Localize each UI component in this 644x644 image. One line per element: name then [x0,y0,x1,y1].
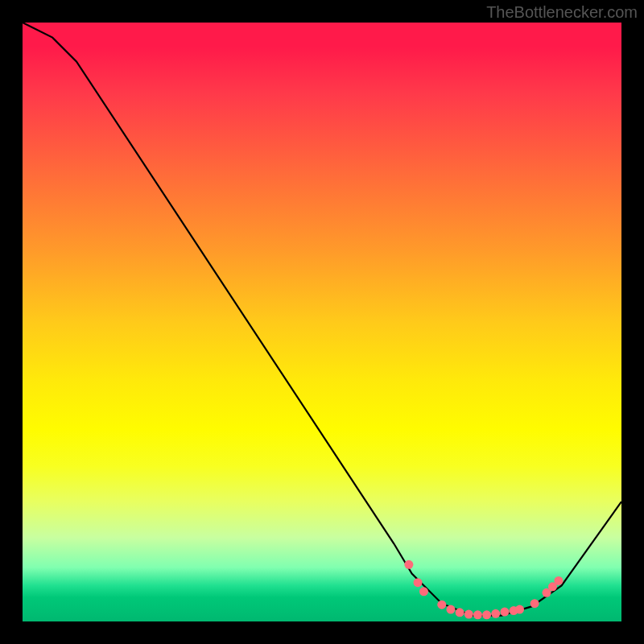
data-marker [482,610,491,619]
data-marker [554,576,563,585]
attribution-text: TheBottlenecker.com [486,3,638,22]
chart-svg [23,23,621,621]
curve-group [23,23,621,616]
data-marker [414,578,423,587]
data-marker [500,608,509,617]
data-marker [473,610,482,619]
data-marker [456,608,464,617]
data-marker [404,560,413,569]
data-marker [446,605,455,614]
data-marker [491,609,500,618]
data-marker [437,601,446,609]
data-marker [530,599,539,608]
bottleneck-curve [23,23,621,616]
data-marker [464,610,473,619]
data-marker [515,605,524,614]
plot-area [23,23,621,621]
data-marker [419,587,428,596]
